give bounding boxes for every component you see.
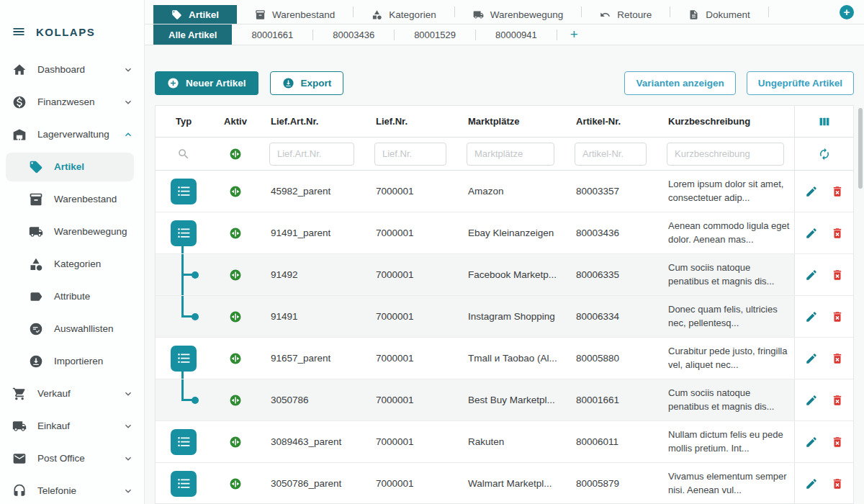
subtab-article-4[interactable]: 80000941 (476, 24, 557, 45)
filter-marktplaetze-input[interactable] (467, 143, 554, 166)
tab-artikel[interactable]: Artikel (153, 5, 237, 24)
sidebar-item-artikel[interactable]: Artikel (0, 150, 144, 183)
subtab-article-2[interactable]: 80003436 (313, 24, 394, 45)
edit-icon[interactable] (805, 352, 818, 365)
delete-icon[interactable] (831, 477, 844, 490)
edit-icon[interactable] (805, 436, 818, 449)
sidebar-item-dashboard[interactable]: Dashboard (0, 53, 144, 86)
sidebar-item-warenbestand[interactable]: Warenbestand (0, 183, 144, 215)
table-filter-row (156, 138, 853, 171)
active-status-icon[interactable] (229, 436, 242, 449)
subtab-article-3[interactable]: 80001529 (395, 24, 475, 45)
delete-icon[interactable] (831, 436, 844, 449)
sidebar-item-label: Warenbestand (54, 194, 134, 204)
article-type-button[interactable] (171, 429, 197, 455)
label-icon (29, 289, 43, 304)
tab-kategorien[interactable]: Kategorien (354, 5, 454, 24)
import-circle-icon (29, 354, 43, 369)
active-status-icon[interactable] (229, 394, 242, 407)
header-actions (794, 106, 853, 137)
tab-warenbestand[interactable]: Warenbestand (237, 5, 353, 24)
active-status-icon[interactable] (229, 185, 242, 198)
table-row: 91657_parent 7000001 Tmall и Taobao (Al.… (156, 338, 853, 379)
export-button[interactable]: Export (270, 71, 344, 95)
cart-icon (12, 387, 27, 401)
header-aktiv[interactable]: Aktiv (212, 106, 259, 137)
filter-kurzbeschreibung-input[interactable] (667, 143, 784, 166)
article-type-button[interactable] (171, 471, 197, 497)
edit-icon[interactable] (805, 227, 818, 240)
delete-icon[interactable] (831, 394, 844, 407)
filter-lief-art-nr-input[interactable] (269, 143, 354, 166)
typ-cell (156, 296, 212, 337)
undo-icon (600, 9, 611, 20)
sidebar-item-finanzwesen[interactable]: Finanzwesen (0, 86, 144, 118)
refresh-icon[interactable] (818, 148, 831, 161)
chevron-down-icon (122, 453, 134, 464)
unchecked-articles-button[interactable]: Ungeprüfte Artikel (747, 71, 854, 95)
active-status-icon[interactable] (229, 352, 242, 365)
active-status-icon[interactable] (229, 227, 242, 240)
header-marktplaetze[interactable]: Marktplätze (456, 106, 564, 137)
edit-icon[interactable] (805, 310, 818, 323)
row-actions (794, 296, 853, 337)
typ-cell (156, 463, 212, 504)
sidebar-item-warenbewegung[interactable]: Warenbewegung (0, 215, 144, 248)
edit-icon[interactable] (805, 269, 818, 282)
list-icon (176, 476, 192, 491)
delete-icon[interactable] (831, 269, 844, 282)
show-variants-button[interactable]: Varianten anzeigen (624, 71, 735, 95)
sidebar-item-post-office[interactable]: Post Office (0, 442, 144, 474)
delete-icon[interactable] (831, 185, 844, 198)
header-lief-nr[interactable]: Lief.Nr. (364, 106, 456, 137)
active-status-icon[interactable] (229, 269, 242, 282)
filter-typ[interactable] (156, 138, 212, 170)
lief-nr-cell: 7000001 (364, 212, 456, 253)
filter-lief-nr-wrap (364, 143, 456, 166)
table-row: 3089463_parent 7000001 Rakuten 80006011 … (156, 421, 853, 463)
articles-table: Typ Aktiv Lief.Art.Nr. Lief.Nr. Marktplä… (155, 105, 854, 504)
tab-warenbewegung[interactable]: Warenbewegung (455, 5, 582, 24)
edit-icon[interactable] (805, 394, 818, 407)
edit-icon[interactable] (805, 185, 818, 198)
marktplaetze-cell: Rakuten (456, 421, 564, 462)
tab-dokument[interactable]: Dokument (670, 5, 768, 24)
tab-retoure[interactable]: Retoure (582, 5, 670, 24)
delete-icon[interactable] (831, 352, 844, 365)
delete-icon[interactable] (831, 310, 844, 323)
tab-label: Warenbewegung (490, 9, 564, 20)
scrollbar-thumb[interactable] (858, 108, 863, 189)
row-actions (794, 212, 853, 253)
sidebar-item-telefonie[interactable]: Telefonie (0, 474, 144, 504)
filter-aktiv[interactable] (212, 138, 259, 170)
subtab-article-1[interactable]: 80001661 (232, 24, 312, 45)
header-typ[interactable]: Typ (156, 106, 212, 137)
active-status-icon[interactable] (229, 477, 242, 490)
sidebar-item-kategorien[interactable]: Kategorien (0, 248, 144, 280)
header-artikel-nr[interactable]: Artikel-Nr. (564, 106, 657, 137)
sidebar-item-einkauf[interactable]: Einkauf (0, 410, 144, 442)
view-columns-icon[interactable] (818, 115, 831, 128)
new-article-button[interactable]: Neuer Artikel (155, 71, 258, 95)
delete-icon[interactable] (831, 227, 844, 240)
sidebar-item-lagerverwaltung[interactable]: Lagerverwaltung (0, 118, 144, 150)
sidebar-item-importieren[interactable]: Importieren (0, 345, 144, 377)
subtab-alle-artikel[interactable]: Alle Artikel (153, 24, 232, 45)
header-lief-art-nr[interactable]: Lief.Art.Nr. (259, 106, 364, 137)
filter-artikel-nr-input[interactable] (575, 143, 647, 166)
sidebar-item-verkauf[interactable]: Verkauf (0, 377, 144, 410)
add-article-tab-button[interactable]: + (557, 24, 591, 45)
filter-lief-nr-input[interactable] (374, 143, 446, 166)
article-type-button[interactable] (171, 179, 197, 204)
sidebar-item-auswahllisten[interactable]: Auswahllisten (0, 312, 144, 345)
edit-icon[interactable] (805, 477, 818, 490)
sidebar-item-attribute[interactable]: Attribute (0, 280, 144, 312)
add-tab-button[interactable]: + (840, 5, 854, 19)
subtab-label: 80001529 (414, 30, 456, 40)
artikel-nr-cell: 80006011 (564, 421, 657, 462)
header-kurzbeschreibung[interactable]: Kurzbeschreibung (657, 106, 794, 137)
article-type-button[interactable] (171, 346, 197, 372)
active-status-icon[interactable] (229, 310, 242, 323)
article-type-button[interactable] (171, 220, 197, 246)
menu-icon[interactable] (12, 24, 26, 39)
